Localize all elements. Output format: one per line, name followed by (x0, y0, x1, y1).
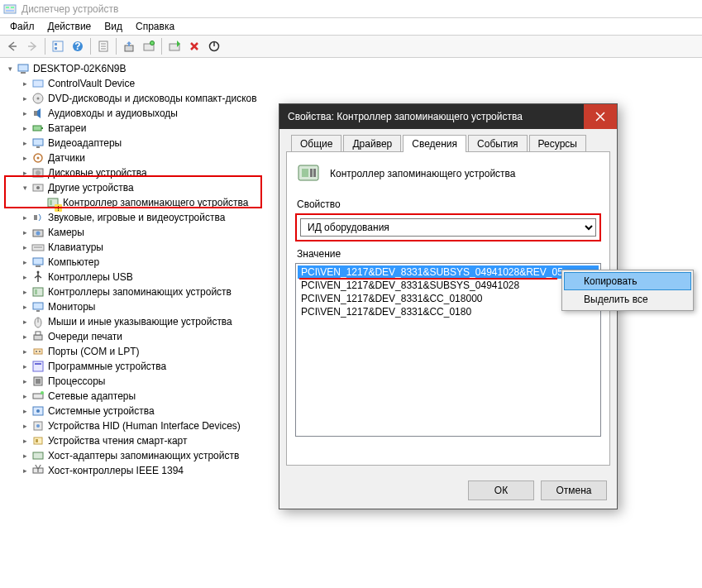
show-tree-button[interactable] (49, 37, 67, 55)
svg-rect-50 (34, 335, 42, 340)
expand-icon[interactable]: ▸ (20, 257, 30, 267)
value-listbox[interactable]: PCI\VEN_1217&DEV_8331&SUBSYS_04941028&RE… (295, 263, 601, 437)
expand-icon[interactable]: ▸ (20, 227, 30, 237)
svg-rect-25 (41, 127, 43, 129)
expand-icon[interactable]: ▸ (20, 123, 30, 133)
toolbar-separator (45, 38, 45, 55)
tab-driver[interactable]: Драйвер (343, 135, 401, 152)
menu-file[interactable]: Файл (3, 19, 41, 34)
expand-icon[interactable]: ▸ (20, 79, 30, 88)
category-icon (31, 404, 45, 418)
menu-help[interactable]: Справка (129, 19, 181, 34)
expand-icon[interactable]: ▸ (20, 153, 30, 163)
help-button[interactable]: ? (69, 37, 87, 55)
cancel-button[interactable]: Отмена (541, 480, 607, 500)
tab-events[interactable]: События (468, 135, 528, 152)
expand-icon[interactable]: ▸ (20, 466, 30, 476)
svg-rect-47 (36, 310, 40, 312)
tab-resources[interactable]: Ресурсы (529, 135, 586, 152)
category-icon (31, 375, 45, 388)
menu-action[interactable]: Действие (41, 19, 98, 34)
category-icon (31, 181, 45, 194)
dialog-titlebar[interactable]: Свойства: Контроллер запоминающего устро… (279, 104, 617, 129)
svg-point-62 (36, 409, 40, 413)
expand-icon[interactable]: ▸ (20, 332, 30, 342)
svg-rect-45 (35, 289, 37, 294)
expand-icon[interactable]: ▸ (20, 93, 30, 103)
properties-button[interactable] (94, 37, 112, 55)
category-icon (31, 256, 45, 269)
tree-item-label: Компьютер (48, 256, 99, 268)
svg-point-43 (37, 271, 40, 274)
expand-icon[interactable]: ▸ (20, 451, 30, 461)
ok-button[interactable]: ОК (468, 480, 534, 500)
category-icon (31, 92, 45, 105)
tab-general[interactable]: Общие (291, 135, 341, 152)
value-item[interactable]: PCI\VEN_1217&DEV_8331&CC_018000 (298, 292, 599, 305)
expand-icon[interactable]: ▸ (20, 213, 30, 222)
tree-item-label: Аудиовходы и аудиовыходы (48, 108, 178, 119)
expand-icon[interactable]: ▸ (20, 436, 30, 446)
expand-icon[interactable]: ▸ (20, 391, 30, 401)
tree-item[interactable]: ▸ControlVault Device (20, 76, 702, 91)
svg-rect-36 (34, 215, 37, 220)
expand-icon[interactable]: ▸ (20, 376, 30, 386)
update-driver-button[interactable] (120, 37, 138, 55)
tree-root[interactable]: ▾ DESKTOP-02K6N9B (5, 61, 702, 76)
category-icon (31, 122, 45, 135)
svg-rect-20 (33, 80, 43, 87)
back-button[interactable] (3, 37, 21, 55)
tree-item-label: Дисковые устройства (48, 167, 147, 179)
expand-icon[interactable]: ▸ (20, 287, 30, 297)
enable-button[interactable] (165, 37, 184, 55)
collapse-icon[interactable]: ▾ (20, 183, 30, 193)
svg-rect-46 (33, 303, 43, 309)
expand-icon[interactable]: ▸ (20, 421, 30, 431)
svg-rect-51 (36, 332, 41, 335)
tree-item-label: Видеоадаптеры (48, 137, 122, 149)
expand-icon[interactable]: ▸ (20, 108, 30, 118)
expand-icon[interactable]: ▸ (20, 302, 30, 312)
expand-icon[interactable]: ▸ (20, 272, 30, 282)
value-item[interactable]: PCI\VEN_1217&DEV_8331&CC_0180 (298, 305, 599, 318)
category-icon (31, 315, 45, 328)
category-icon (31, 419, 45, 433)
close-button[interactable] (584, 104, 617, 129)
value-item[interactable]: PCI\VEN_1217&DEV_8331&SUBSYS_04941028&RE… (298, 265, 599, 279)
toolbar: ? (0, 35, 702, 58)
forward-button[interactable] (23, 37, 41, 55)
expand-icon[interactable]: ▸ (20, 138, 30, 148)
scan-hardware-button[interactable] (140, 37, 158, 55)
menu-view[interactable]: Вид (98, 19, 129, 34)
expand-icon[interactable]: ▸ (20, 242, 30, 252)
tree-item-label: Хост-адаптеры запоминающих устройств (48, 450, 239, 461)
expand-icon[interactable]: ▸ (20, 168, 30, 178)
disable-button[interactable] (205, 37, 223, 55)
context-select-all[interactable]: Выделить все (564, 290, 691, 308)
expand-icon[interactable]: ▸ (20, 406, 30, 416)
toolbar-separator (161, 38, 162, 55)
tree-item-label: Камеры (48, 227, 84, 238)
property-label: Свойство (297, 198, 601, 210)
svg-rect-13 (125, 45, 133, 51)
property-dropdown[interactable]: ИД оборудования (300, 218, 596, 237)
uninstall-button[interactable] (185, 37, 203, 55)
collapse-icon[interactable]: ▾ (5, 64, 15, 74)
category-icon (31, 270, 45, 284)
tree-item-label: Клавиатуры (48, 241, 103, 253)
expand-icon[interactable]: ▸ (20, 317, 30, 327)
category-icon (31, 345, 45, 358)
svg-rect-66 (36, 439, 38, 442)
close-icon (595, 112, 605, 122)
value-item[interactable]: PCI\VEN_1217&DEV_8331&SUBSYS_04941028 (298, 279, 599, 292)
svg-rect-72 (310, 169, 313, 177)
svg-rect-27 (36, 146, 40, 148)
tree-item-label: Системные устройства (48, 405, 155, 417)
expand-icon[interactable]: ▸ (20, 361, 30, 371)
tree-item-label: Устройства чтения смарт-карт (48, 435, 187, 447)
context-copy[interactable]: Копировать (564, 272, 691, 290)
tree-item-label: Очереди печати (48, 331, 122, 342)
expand-icon[interactable]: ▸ (20, 347, 30, 356)
category-icon (31, 360, 45, 373)
tab-details[interactable]: Сведения (403, 135, 466, 152)
